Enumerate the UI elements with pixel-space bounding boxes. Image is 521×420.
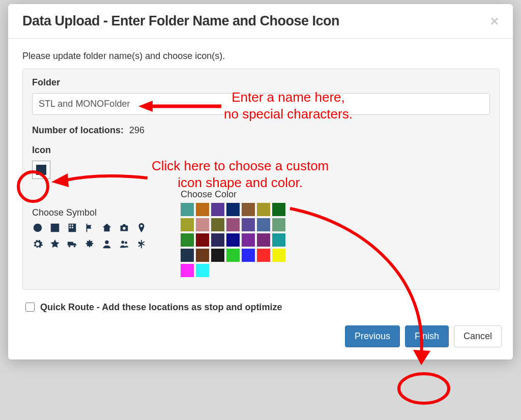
home-icon[interactable] xyxy=(101,222,115,235)
locations-count-row: Number of locations: 296 xyxy=(32,125,490,136)
svg-point-11 xyxy=(105,241,108,244)
modal-footer: Previous Finish Cancel xyxy=(8,316,513,359)
gear-icon[interactable] xyxy=(32,238,46,252)
color-grid xyxy=(181,203,285,277)
svg-point-12 xyxy=(121,241,124,244)
color-swatch[interactable] xyxy=(257,218,270,231)
camera-icon[interactable] xyxy=(119,222,133,235)
color-swatch[interactable] xyxy=(196,218,209,231)
quick-route-row[interactable]: Quick Route - Add these locations as sto… xyxy=(23,301,499,313)
color-swatch[interactable] xyxy=(257,233,270,247)
cancel-button[interactable]: Cancel xyxy=(454,325,502,347)
modal-body: Please update folder name(s) and choose … xyxy=(8,39,513,316)
previous-button[interactable]: Previous xyxy=(345,325,400,347)
svg-rect-5 xyxy=(70,227,71,228)
choose-symbol-section: Choose Symbol xyxy=(32,207,150,277)
locations-label: Number of locations: xyxy=(32,125,124,135)
color-swatch[interactable] xyxy=(272,218,285,231)
user-icon[interactable] xyxy=(101,238,115,252)
color-swatch[interactable] xyxy=(181,203,194,216)
symbol-grid xyxy=(32,222,150,252)
color-swatch[interactable] xyxy=(181,249,194,262)
color-swatch[interactable] xyxy=(211,203,224,216)
color-swatch[interactable] xyxy=(196,233,209,247)
color-swatch[interactable] xyxy=(242,249,255,262)
color-swatch[interactable] xyxy=(181,233,194,247)
color-swatch[interactable] xyxy=(226,203,240,216)
burst-icon[interactable] xyxy=(84,238,98,252)
choose-symbol-label: Choose Symbol xyxy=(32,207,150,218)
color-swatch[interactable] xyxy=(196,264,209,277)
quick-route-label: Quick Route - Add these locations as sto… xyxy=(40,302,282,313)
color-swatch[interactable] xyxy=(226,233,240,247)
color-swatch[interactable] xyxy=(242,218,255,231)
close-icon[interactable]: × xyxy=(487,14,502,28)
flag-icon[interactable] xyxy=(84,222,98,235)
color-swatch[interactable] xyxy=(211,249,224,262)
choose-color-section: Choose Color xyxy=(181,189,285,277)
color-swatch[interactable] xyxy=(211,218,224,231)
svg-point-9 xyxy=(69,246,71,248)
color-swatch[interactable] xyxy=(272,233,285,247)
svg-point-19 xyxy=(399,374,449,403)
users-icon[interactable] xyxy=(119,238,133,252)
color-swatch[interactable] xyxy=(272,249,285,262)
svg-rect-6 xyxy=(72,227,73,228)
finish-button[interactable]: Finish xyxy=(405,325,449,347)
color-swatch[interactable] xyxy=(226,218,240,231)
color-swatch[interactable] xyxy=(272,203,285,216)
svg-point-7 xyxy=(123,227,126,230)
square-icon xyxy=(36,165,46,175)
folder-name-input[interactable] xyxy=(32,93,490,115)
modal-title: Data Upload - Enter Folder Name and Choo… xyxy=(22,13,487,29)
color-swatch[interactable] xyxy=(242,233,255,247)
color-swatch[interactable] xyxy=(196,249,209,262)
folder-label: Folder xyxy=(32,77,490,88)
building-icon[interactable] xyxy=(67,222,81,235)
color-swatch[interactable] xyxy=(226,249,240,262)
pin-icon[interactable] xyxy=(136,222,150,235)
square-symbol-icon[interactable] xyxy=(49,222,64,235)
modal-dialog: Data Upload - Enter Folder Name and Choo… xyxy=(8,4,513,359)
svg-rect-4 xyxy=(72,225,73,226)
svg-rect-3 xyxy=(70,225,71,226)
color-swatch[interactable] xyxy=(257,249,270,262)
quick-route-checkbox[interactable] xyxy=(25,303,35,312)
color-swatch[interactable] xyxy=(181,264,194,277)
svg-point-8 xyxy=(140,225,143,227)
color-swatch[interactable] xyxy=(257,203,270,216)
svg-point-10 xyxy=(74,246,76,248)
current-icon-button[interactable] xyxy=(32,161,50,179)
svg-point-0 xyxy=(34,224,42,232)
color-swatch[interactable] xyxy=(181,218,194,231)
svg-point-13 xyxy=(125,242,127,244)
svg-rect-1 xyxy=(51,224,60,232)
folder-panel: Folder Number of locations: 296 Icon Cho… xyxy=(22,69,500,290)
choose-color-label: Choose Color xyxy=(181,189,285,200)
color-swatch[interactable] xyxy=(196,203,209,216)
color-swatch[interactable] xyxy=(211,233,224,247)
color-swatch[interactable] xyxy=(242,203,255,216)
modal-header: Data Upload - Enter Folder Name and Choo… xyxy=(8,4,513,39)
annotation-circle-finish xyxy=(396,371,452,406)
icon-section-label: Icon xyxy=(32,145,490,156)
star-icon[interactable] xyxy=(49,238,64,252)
locations-count: 296 xyxy=(129,125,144,135)
circle-icon[interactable] xyxy=(32,222,46,235)
asterisk-icon[interactable] xyxy=(136,238,150,252)
truck-icon[interactable] xyxy=(67,238,81,252)
instruction-text: Please update folder name(s) and choose … xyxy=(22,51,500,62)
